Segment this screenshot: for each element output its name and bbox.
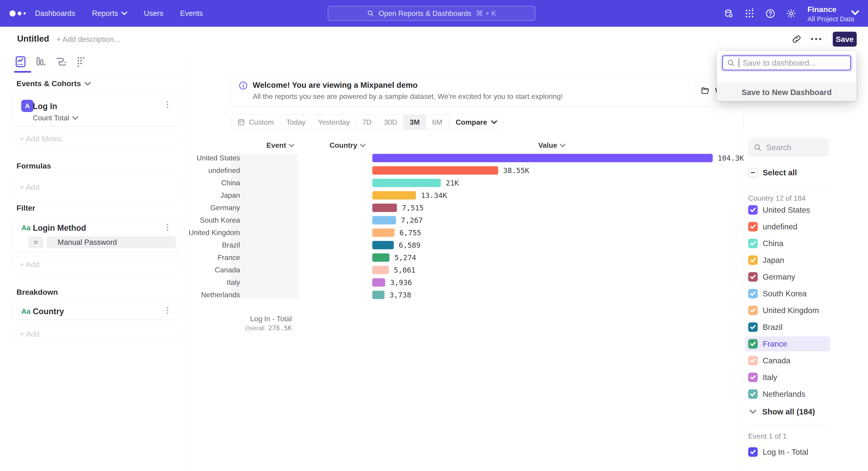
country-item-netherlands[interactable]: Netherlands — [745, 387, 830, 402]
show-all-button[interactable]: Show all (184) — [749, 407, 815, 416]
bar-row-canada[interactable]: Canada5,061 — [0, 264, 744, 276]
select-all-row[interactable]: Select all — [748, 168, 797, 177]
events-cohorts-header[interactable]: Events & Cohorts — [17, 79, 91, 88]
compare-button[interactable]: Compare — [450, 115, 503, 129]
bar-row-south-korea[interactable]: South Korea7,267 — [0, 214, 744, 227]
checkbox-checked[interactable] — [748, 272, 758, 282]
aggregation-selector[interactable]: Count Total — [33, 114, 78, 122]
select-all-checkbox-indeterminate[interactable] — [748, 168, 758, 177]
tab-retention[interactable] — [75, 55, 88, 68]
bar[interactable] — [372, 254, 390, 262]
bar[interactable] — [372, 166, 498, 175]
bar-row-brazil[interactable]: Brazil6,589 — [0, 239, 744, 251]
tab-insights[interactable] — [14, 55, 27, 68]
check-icon — [750, 207, 756, 213]
apps-grid-icon[interactable] — [744, 8, 755, 19]
column-header-event[interactable]: Event — [266, 141, 294, 150]
bar-row-united-kingdom[interactable]: United Kingdom6,755 — [0, 227, 744, 239]
bar[interactable] — [372, 191, 416, 200]
bar-row-france[interactable]: France5,274 — [0, 251, 744, 264]
time-range-today[interactable]: Today — [280, 115, 312, 129]
legend-search-box[interactable] — [748, 138, 829, 157]
save-button[interactable]: Save — [833, 32, 857, 47]
breakdown-property-name[interactable]: Country — [33, 307, 64, 316]
bar[interactable] — [372, 204, 397, 212]
checkbox-checked[interactable] — [748, 389, 758, 399]
time-range-yesterday[interactable]: Yesterday — [312, 115, 356, 129]
country-item-germany[interactable]: Germany — [745, 269, 830, 284]
checkbox-checked[interactable] — [748, 205, 758, 215]
event-item-log-in---total[interactable]: Log In - Total — [745, 444, 830, 460]
tab-flows[interactable] — [55, 55, 68, 68]
metric-menu-button[interactable] — [164, 101, 171, 108]
search-icon — [727, 59, 735, 67]
checkbox-checked[interactable] — [748, 289, 758, 298]
time-range-custom[interactable]: Custom — [231, 115, 280, 129]
report-title[interactable]: Untitled — [17, 34, 49, 44]
metric-event-name[interactable]: Log In — [33, 101, 57, 111]
checkbox-checked[interactable] — [748, 256, 758, 265]
nav-item-dashboards[interactable]: Dashboards — [35, 9, 75, 18]
country-item-south-korea[interactable]: South Korea — [745, 286, 830, 301]
save-to-new-dashboard-button[interactable]: Save to New Dashboard — [717, 83, 857, 101]
bar[interactable] — [372, 278, 385, 287]
checkbox-checked[interactable] — [748, 447, 758, 457]
global-search-button[interactable]: Open Reports & Dashboards ⌘ + K — [328, 6, 535, 21]
checkbox-checked[interactable] — [748, 239, 758, 248]
country-item-canada[interactable]: Canada — [745, 353, 830, 368]
country-item-japan[interactable]: Japan — [745, 253, 830, 268]
column-header-country[interactable]: Country — [330, 141, 366, 150]
bar[interactable] — [372, 216, 396, 225]
bar[interactable] — [372, 229, 395, 237]
add-breakdown-button[interactable]: + Add — [11, 325, 179, 343]
checkbox-checked[interactable] — [748, 222, 758, 231]
bar-row-united-states[interactable]: United States104.3K — [0, 152, 744, 164]
breakdown-menu-button[interactable] — [164, 307, 171, 314]
bar-row-germany[interactable]: Germany7,515 — [0, 202, 744, 214]
country-item-united-states[interactable]: United States — [745, 203, 830, 217]
tab-funnels[interactable] — [34, 55, 48, 68]
nav-item-reports[interactable]: Reports — [92, 9, 127, 18]
bar-row-japan[interactable]: Japan13.34K — [0, 189, 744, 202]
checkbox-checked[interactable] — [748, 322, 758, 332]
bar-row-undefined[interactable]: undefined38.55K — [0, 164, 744, 177]
add-description-button[interactable]: + Add description... — [57, 35, 120, 44]
save-dashboard-input[interactable] — [743, 58, 842, 67]
bar-row-italy[interactable]: Italy3,936 — [0, 276, 744, 289]
country-item-france[interactable]: France — [745, 336, 830, 351]
country-item-united-kingdom[interactable]: United Kingdom — [745, 303, 830, 318]
breakdown-card[interactable]: Aa Country — [11, 302, 179, 320]
time-range-30d[interactable]: 30D — [378, 115, 404, 129]
bar-row-china[interactable]: China21K — [0, 177, 744, 189]
metric-card[interactable]: A Log In Count Total — [11, 94, 179, 126]
bar[interactable] — [372, 266, 389, 274]
help-icon[interactable] — [765, 8, 776, 19]
settings-gear-icon[interactable] — [786, 8, 796, 19]
project-switcher[interactable]: Finance All Project Data — [807, 5, 854, 23]
checkbox-checked[interactable] — [748, 306, 758, 315]
country-item-china[interactable]: China — [745, 236, 830, 251]
bar[interactable] — [372, 241, 394, 249]
column-header-value[interactable]: Value — [538, 141, 565, 150]
more-actions-button[interactable] — [811, 38, 821, 40]
country-item-brazil[interactable]: Brazil — [745, 320, 830, 334]
time-range-3m[interactable]: 3M — [403, 115, 426, 129]
data-management-icon[interactable] — [723, 8, 734, 19]
checkbox-checked[interactable] — [748, 356, 758, 365]
legend-search-input[interactable] — [766, 143, 823, 152]
time-range-6m[interactable]: 6M — [426, 115, 448, 129]
country-item-undefined[interactable]: undefined — [745, 219, 830, 234]
country-item-italy[interactable]: Italy — [745, 370, 830, 385]
bar[interactable] — [372, 179, 441, 187]
copy-link-icon[interactable] — [792, 34, 802, 44]
bar-row-netherlands[interactable]: Netherlands3,738 — [0, 289, 744, 301]
nav-item-users[interactable]: Users — [144, 9, 163, 18]
nav-item-events[interactable]: Events — [180, 9, 203, 18]
save-dashboard-search-box[interactable] — [722, 55, 851, 70]
bar[interactable] — [372, 291, 384, 299]
time-range-7d[interactable]: 7D — [356, 115, 378, 129]
bar[interactable] — [372, 154, 713, 162]
add-metric-button[interactable]: + Add Metric — [11, 130, 179, 147]
checkbox-checked[interactable] — [748, 373, 758, 382]
checkbox-checked[interactable] — [748, 339, 758, 349]
